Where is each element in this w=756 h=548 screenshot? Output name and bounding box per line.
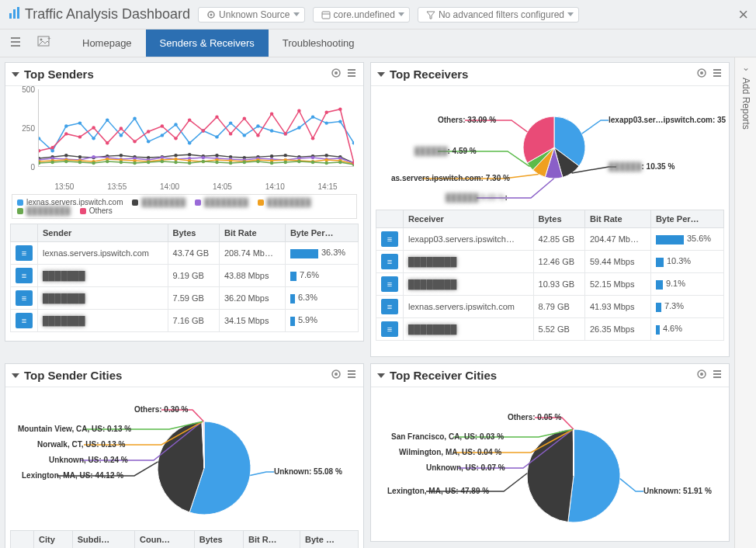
collapse-icon[interactable] xyxy=(377,72,385,77)
svg-point-134 xyxy=(311,161,314,164)
adv-filter[interactable]: No advanced filters configured xyxy=(418,7,579,23)
svg-point-124 xyxy=(174,161,177,164)
svg-point-129 xyxy=(243,161,246,164)
svg-point-168 xyxy=(335,373,338,376)
svg-point-27 xyxy=(161,134,164,137)
table-row[interactable]: ≡ lexnas.servers.ipswitch.com 8.79 GB41.… xyxy=(376,296,724,318)
list-icon[interactable] xyxy=(346,369,357,382)
list-icon[interactable] xyxy=(712,68,723,81)
table-row[interactable]: ≡ ████████ 10.93 GB52.15 Mbps 9.1% xyxy=(376,273,724,296)
gear-icon xyxy=(206,10,216,19)
row-menu-icon[interactable]: ≡ xyxy=(381,321,398,337)
close-icon[interactable]: × xyxy=(738,5,748,25)
svg-point-173 xyxy=(700,373,703,376)
svg-point-52 xyxy=(174,154,177,157)
svg-point-146 xyxy=(147,130,150,133)
svg-point-132 xyxy=(284,161,287,164)
table-row[interactable]: ≡ lexapp03.servers.ipswitch… 42.85 GB204… xyxy=(376,228,724,251)
menu-icon[interactable] xyxy=(6,33,28,53)
svg-point-151 xyxy=(215,115,218,118)
svg-rect-5 xyxy=(322,12,330,19)
svg-point-117 xyxy=(78,161,81,164)
list-icon[interactable] xyxy=(346,68,357,81)
svg-point-149 xyxy=(188,118,191,121)
svg-point-100 xyxy=(174,158,177,161)
svg-point-70 xyxy=(92,155,95,158)
svg-point-127 xyxy=(215,161,218,164)
svg-point-116 xyxy=(64,160,68,163)
table-row[interactable]: ≡ ███████ 9.19 GB43.88 Mbps 7.6% xyxy=(11,265,359,287)
svg-point-11 xyxy=(40,39,43,41)
collapse-icon[interactable] xyxy=(12,373,19,378)
svg-point-139 xyxy=(50,146,54,149)
svg-point-14 xyxy=(335,71,338,75)
table-row[interactable]: ≡ ███████ 7.16 GB34.15 Mbps 5.9% xyxy=(11,310,359,332)
row-menu-icon[interactable]: ≡ xyxy=(381,254,398,269)
svg-point-157 xyxy=(297,109,300,113)
svg-point-153 xyxy=(243,116,246,120)
sidebar-right[interactable]: ⌄ Add Reports xyxy=(734,57,756,548)
svg-point-33 xyxy=(243,134,246,137)
list-icon[interactable] xyxy=(712,369,723,382)
svg-point-118 xyxy=(92,161,95,165)
svg-point-135 xyxy=(324,161,328,165)
row-menu-icon[interactable]: ≡ xyxy=(16,268,33,283)
pie-chart: Unknown: 55.08 %Lexington, MA, US: 44.12… xyxy=(10,390,359,530)
tab-homepage[interactable]: Homepage xyxy=(68,29,146,57)
svg-point-41 xyxy=(352,141,354,144)
svg-point-28 xyxy=(174,123,177,126)
row-menu-icon[interactable]: ≡ xyxy=(16,313,33,328)
filter-icon xyxy=(426,10,435,19)
svg-point-128 xyxy=(229,161,232,165)
tab-senders-receivers[interactable]: Senders & Receivers xyxy=(146,29,269,57)
core-filter[interactable]: core.undefined xyxy=(313,7,410,23)
svg-point-159 xyxy=(324,111,328,114)
collapse-icon[interactable] xyxy=(377,373,385,378)
svg-point-144 xyxy=(120,127,123,130)
svg-point-63 xyxy=(324,154,328,157)
svg-point-40 xyxy=(338,120,342,123)
table-row[interactable]: ≡ lexnas.servers.ipswitch.com 43.74 GB20… xyxy=(11,242,359,265)
row-menu-icon[interactable]: ≡ xyxy=(16,290,33,306)
gear-icon[interactable] xyxy=(696,369,707,382)
svg-point-32 xyxy=(229,121,232,124)
svg-point-4 xyxy=(210,13,213,16)
gear-icon[interactable] xyxy=(331,68,342,81)
svg-point-126 xyxy=(202,160,205,163)
svg-point-141 xyxy=(78,135,81,138)
gear-icon[interactable] xyxy=(696,68,707,81)
row-menu-icon[interactable]: ≡ xyxy=(381,231,398,247)
svg-point-53 xyxy=(188,153,191,156)
svg-point-148 xyxy=(174,137,177,140)
panel-top-senders: Top Senders Rate in Mbps 500 250 0 13:50… xyxy=(5,62,364,342)
svg-point-39 xyxy=(324,121,328,124)
table-row[interactable]: ≡ ████████ 12.46 GB59.44 Mbps 10.3% xyxy=(376,251,724,273)
svg-point-122 xyxy=(147,161,150,164)
row-menu-icon[interactable]: ≡ xyxy=(16,245,33,261)
add-image-icon[interactable]: + xyxy=(33,33,56,54)
svg-point-111 xyxy=(324,158,328,161)
source-filter[interactable]: Unknown Source xyxy=(198,7,304,23)
collapse-icon[interactable] xyxy=(12,72,19,77)
panel-top-sender-cities: Top Sender Cities Unknown: 55.08 %Lexing… xyxy=(5,363,364,548)
row-menu-icon[interactable]: ≡ xyxy=(381,299,398,314)
svg-point-26 xyxy=(147,140,150,143)
calendar-icon xyxy=(321,10,331,19)
chevron-down-icon: ⌄ xyxy=(742,62,750,73)
x-axis-labels: 13:5013:5514:0014:0514:1014:15 xyxy=(38,182,354,191)
senders-table: SenderBytesBit RateByte Per… ≡ lexnas.se… xyxy=(10,224,359,332)
svg-point-160 xyxy=(338,108,342,111)
tab-bar: + Homepage Senders & Receivers Troublesh… xyxy=(0,29,756,57)
table-row[interactable]: ≡ ███████ 7.59 GB36.20 Mbps 6.3% xyxy=(11,287,359,310)
row-menu-icon[interactable]: ≡ xyxy=(381,276,398,292)
table-row[interactable]: ≡ ████████ 5.52 GB26.35 Mbps 4.6% xyxy=(376,318,724,341)
svg-point-31 xyxy=(215,135,218,138)
app-icon xyxy=(8,6,22,23)
tab-troubleshooting[interactable]: Troubleshooting xyxy=(269,29,369,57)
panel-title: Top Senders xyxy=(24,68,94,81)
panel-top-receivers: Top Receivers lexapp03.ser…ipswitch.com:… xyxy=(370,62,730,357)
gear-icon[interactable] xyxy=(331,369,342,382)
svg-point-34 xyxy=(256,124,259,127)
svg-rect-2 xyxy=(17,7,19,19)
svg-point-120 xyxy=(120,161,123,164)
